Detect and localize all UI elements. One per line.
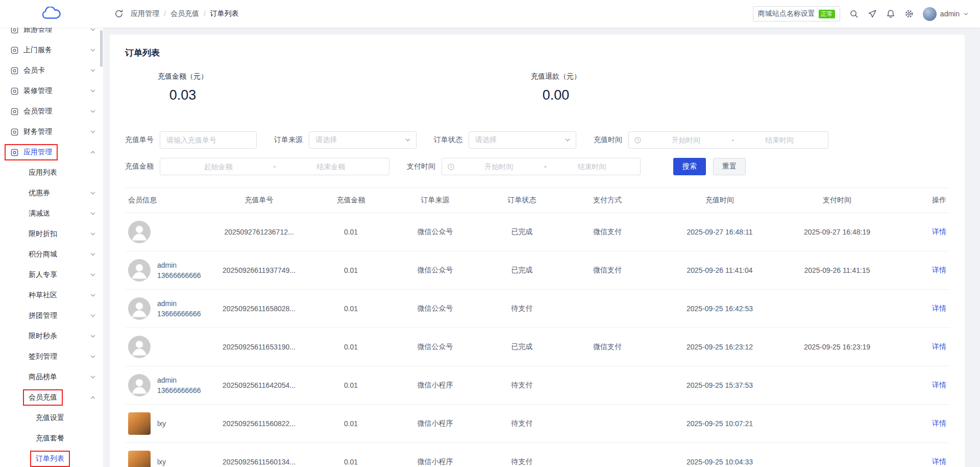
site-name-settings-button[interactable]: 商城站点名称设置 正常 bbox=[753, 6, 840, 21]
amount-end-input[interactable] bbox=[278, 162, 384, 171]
order-status-select[interactable]: 请选择 bbox=[469, 131, 576, 149]
amount-cell: 0.01 bbox=[306, 228, 396, 236]
sidebar-item-sign-in[interactable]: 签到管理 bbox=[0, 346, 103, 367]
order-no-cell: 20250925611658028... bbox=[212, 305, 306, 313]
recharge-time-cell: 2025-09-26 11:41:04 bbox=[646, 266, 794, 274]
pay-method-cell: 微信支付 bbox=[569, 266, 646, 275]
recharge-time-cell: 2025-09-25 16:23:12 bbox=[646, 343, 794, 351]
sidebar-item-groupon[interactable]: 拼团管理 bbox=[0, 306, 103, 326]
sidebar-item-order-list[interactable]: 订单列表 bbox=[0, 449, 103, 467]
sidebar-item-app-list[interactable]: 应用列表 bbox=[0, 162, 103, 183]
quick-nav-icon[interactable] bbox=[868, 9, 877, 18]
sidebar-item-door-service[interactable]: 上门服务 bbox=[0, 40, 103, 60]
sidebar-item-member-manage[interactable]: 会员管理 bbox=[0, 101, 103, 122]
detail-link[interactable]: 详情 bbox=[932, 227, 946, 236]
amount-start-input[interactable] bbox=[165, 162, 272, 171]
status-cell: 待支付 bbox=[475, 419, 569, 428]
chevron-down-icon bbox=[90, 313, 96, 319]
recharge-no-label: 充值单号 bbox=[125, 135, 154, 145]
recharge-time-cell: 2025-09-25 10:07:21 bbox=[646, 419, 794, 428]
breadcrumb-separator: / bbox=[164, 10, 166, 18]
order-no-cell: 20250925611560822... bbox=[212, 419, 306, 428]
sidebar-item-member-card[interactable]: 会员卡 bbox=[0, 60, 103, 81]
status-cell: 已完成 bbox=[475, 266, 569, 275]
sidebar-item-time-discount[interactable]: 限时折扣 bbox=[0, 224, 103, 244]
user-menu[interactable]: admin bbox=[923, 7, 969, 21]
recharge-time-cell: 2025-09-27 16:48:11 bbox=[646, 228, 794, 236]
sidebar-item-fitment[interactable]: 装修管理 bbox=[0, 81, 103, 101]
pay-time-range-picker: - bbox=[442, 158, 641, 175]
order-no-cell: 20250925611653190... bbox=[212, 343, 306, 351]
chevron-up-icon bbox=[90, 149, 96, 155]
sidebar-item-coupon[interactable]: 优惠券 bbox=[0, 183, 103, 203]
annotation-red-box: 订单列表 bbox=[30, 451, 70, 467]
sidebar-item-recharge-package[interactable]: 充值套餐 bbox=[0, 428, 103, 449]
main-content: 订单列表 充值金额（元） 0.03 充值退款（元） 0.00 充值单号 bbox=[103, 28, 980, 467]
sidebar-item-finance[interactable]: 财务管理 bbox=[0, 122, 103, 142]
breadcrumb: 应用管理 / 会员充值 / 订单列表 bbox=[131, 9, 239, 18]
recharge-time-end-input[interactable] bbox=[736, 136, 823, 144]
sidebar-item-recharge-setting[interactable]: 充值设置 bbox=[0, 408, 103, 428]
detail-link[interactable]: 详情 bbox=[932, 266, 946, 274]
detail-link[interactable]: 详情 bbox=[932, 304, 946, 312]
recharge-time-cell: 2025-09-25 16:42:53 bbox=[646, 305, 794, 313]
member-info-cell bbox=[125, 221, 212, 243]
reset-button[interactable]: 重置 bbox=[713, 158, 746, 175]
sidebar-item-member-recharge[interactable]: 会员充值 bbox=[0, 387, 103, 408]
clock-icon bbox=[447, 163, 455, 171]
recharge-time-start-input[interactable] bbox=[643, 136, 729, 144]
sidebar-item-flash-sale[interactable]: 限时秒杀 bbox=[0, 326, 103, 346]
sidebar-item-travel[interactable]: 旅游管理 bbox=[0, 28, 103, 40]
site-name-label: 商城站点名称设置 bbox=[758, 9, 815, 18]
sidebar-item-app-manage[interactable]: 应用管理 bbox=[0, 142, 103, 162]
pay-time-end-input[interactable] bbox=[549, 162, 635, 171]
order-source-select[interactable]: 请选择 bbox=[309, 131, 416, 149]
chevron-down-icon bbox=[90, 88, 96, 94]
order-no-cell: 20250925611642054... bbox=[212, 381, 306, 389]
breadcrumb-item[interactable]: 应用管理 bbox=[131, 9, 159, 18]
breadcrumb-item[interactable]: 会员充值 bbox=[170, 9, 199, 18]
recharge-time-cell: 2025-09-25 10:04:33 bbox=[646, 458, 794, 466]
topbar: 应用管理 / 会员充值 / 订单列表 商城站点名称设置 正常 bbox=[0, 0, 980, 28]
refresh-icon[interactable] bbox=[114, 9, 124, 18]
amount-cell: 0.01 bbox=[306, 419, 396, 428]
chevron-up-icon bbox=[90, 394, 96, 401]
sidebar-item-full-discount[interactable]: 满减送 bbox=[0, 203, 103, 224]
action-cell: 详情 bbox=[880, 227, 949, 237]
source-cell: 微信小程序 bbox=[396, 419, 475, 428]
table-row: admin13666666666 20250926611937749... 0.… bbox=[125, 251, 949, 290]
detail-link[interactable]: 详情 bbox=[932, 342, 946, 351]
gear-icon[interactable] bbox=[904, 9, 914, 18]
sidebar-item-label: 应用管理 bbox=[23, 148, 52, 157]
detail-link[interactable]: 详情 bbox=[932, 381, 946, 389]
sidebar-item-newcomer[interactable]: 新人专享 bbox=[0, 265, 103, 285]
bell-icon[interactable] bbox=[886, 9, 895, 18]
sidebar-scrollbar[interactable] bbox=[100, 30, 103, 67]
detail-link[interactable]: 详情 bbox=[932, 419, 946, 427]
member-name: lxy bbox=[157, 418, 166, 429]
search-button[interactable]: 搜索 bbox=[673, 158, 706, 175]
chevron-down-icon bbox=[90, 354, 96, 360]
chevron-down-icon bbox=[90, 374, 96, 380]
sidebar-item-label: 限时折扣 bbox=[29, 229, 57, 239]
sidebar-item-points-mall[interactable]: 积分商城 bbox=[0, 244, 103, 265]
range-separator: - bbox=[272, 162, 278, 171]
breadcrumb-item-current: 订单列表 bbox=[210, 9, 239, 18]
col-recharge-time: 充值时间 bbox=[646, 196, 794, 205]
member-info-cell: admin13666666666 bbox=[125, 374, 212, 396]
detail-link[interactable]: 详情 bbox=[932, 457, 946, 465]
filter-form: 充值单号 订单来源 请选择 bbox=[125, 131, 949, 175]
member-avatar-default bbox=[128, 259, 151, 282]
sidebar-item-community[interactable]: 种草社区 bbox=[0, 285, 103, 306]
topbar-main: 应用管理 / 会员充值 / 订单列表 商城站点名称设置 正常 bbox=[103, 0, 980, 28]
recharge-no-input[interactable] bbox=[166, 136, 250, 144]
table-row: admin13666666666 20250925611658028... 0.… bbox=[125, 290, 949, 328]
chevron-down-icon bbox=[90, 190, 96, 196]
sidebar-item-ranking[interactable]: 商品榜单 bbox=[0, 367, 103, 387]
app-manage-icon bbox=[10, 148, 19, 157]
logo[interactable] bbox=[0, 0, 103, 28]
search-icon[interactable] bbox=[849, 9, 859, 18]
pay-time-cell: 2025-09-26 11:41:15 bbox=[794, 266, 880, 274]
pay-time-start-input[interactable] bbox=[456, 162, 542, 171]
member-phone: 13666666666 bbox=[157, 385, 201, 395]
